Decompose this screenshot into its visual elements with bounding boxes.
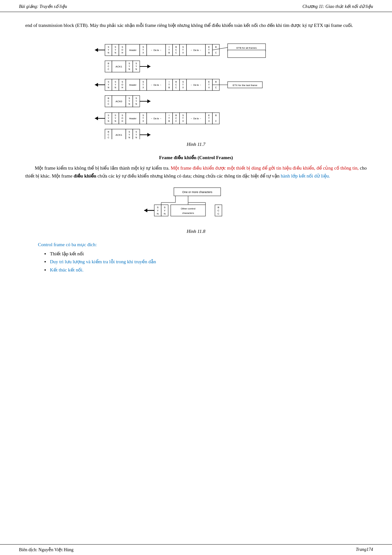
svg-text:N: N	[157, 212, 159, 215]
svg-text:T: T	[182, 84, 184, 86]
svg-text:Y: Y	[115, 84, 116, 86]
svg-text:B: B	[215, 81, 217, 83]
svg-text:N: N	[164, 212, 166, 215]
svg-text:Y: Y	[115, 49, 116, 51]
svg-text:O: O	[121, 84, 123, 86]
fig11-7-svg: S Y N S Y N S O H Header S T X	[89, 38, 303, 139]
svg-text:E: E	[208, 114, 210, 116]
svg-text:Header: Header	[129, 117, 137, 120]
svg-text:← Da ta →: ← Da ta →	[191, 49, 202, 51]
svg-text:S: S	[136, 131, 137, 133]
svg-text:S: S	[115, 46, 116, 48]
svg-text:S: S	[182, 114, 184, 116]
svg-text:S: S	[164, 206, 165, 209]
svg-text:I: I	[169, 46, 169, 48]
content-area: end of transmission block (ETB). Máy thu…	[0, 12, 392, 293]
footer-left: Biên dịch: Nguyễn Việt Hùng	[19, 547, 74, 552]
body-text-cont2: chứa các ký tự điều khiển nhưng không có…	[96, 173, 281, 178]
list-item: Kết thúc kết nối.	[44, 266, 367, 274]
svg-text:Y: Y	[115, 117, 116, 119]
svg-text:N: N	[107, 52, 109, 54]
svg-text:S: S	[122, 114, 123, 116]
svg-text:Header: Header	[129, 49, 137, 51]
svg-text:X: X	[208, 86, 210, 89]
svg-text:C: C	[175, 49, 177, 51]
svg-text:C: C	[107, 134, 109, 136]
svg-text:T: T	[143, 117, 144, 119]
svg-text:S: S	[129, 131, 130, 133]
svg-text:C: C	[107, 103, 109, 105]
svg-text:Other control: Other control	[181, 207, 195, 210]
svg-text:E: E	[208, 46, 210, 48]
svg-text:N: N	[135, 136, 137, 139]
svg-text:ACK1: ACK1	[116, 65, 122, 68]
svg-text:N: N	[128, 103, 130, 105]
body-text-1: Một frame kiểm tra không thể bị hiểu lầm…	[35, 165, 171, 171]
list-item-text: Duy trì lưu lượng và kiểm tra lỗi trong …	[50, 259, 156, 264]
svg-text:One or more characters: One or more characters	[182, 190, 212, 194]
svg-text:T: T	[182, 117, 184, 119]
svg-text:Y: Y	[136, 100, 137, 102]
bullet-list: Thiết lập kết nối Duy trì lưu lượng và k…	[44, 250, 367, 274]
svg-text:← Da ta →: ← Da ta →	[191, 84, 202, 86]
list-item-text: Kết thúc kết nối.	[50, 267, 83, 272]
svg-text:I: I	[169, 114, 169, 116]
svg-text:B: B	[175, 46, 177, 48]
svg-marker-125	[147, 99, 150, 103]
header-left: Bài giảng: Truyền số liệu	[19, 4, 67, 9]
svg-text:N: N	[135, 68, 137, 70]
svg-text:T: T	[143, 49, 144, 51]
svg-text:C: C	[215, 52, 217, 54]
svg-text:Y: Y	[136, 65, 137, 67]
svg-text:N: N	[107, 120, 109, 122]
svg-marker-1	[95, 48, 98, 52]
body-text-blue: hành lớp kết nối dữ liệu.	[281, 173, 330, 178]
body-text-bold: điều khiển	[74, 173, 96, 178]
svg-text:X: X	[182, 86, 184, 89]
svg-text:X: X	[208, 120, 210, 122]
svg-text:S: S	[122, 81, 123, 83]
page: Bài giảng: Truyền số liệu Chương 11: Gia…	[0, 0, 392, 555]
svg-text:Y: Y	[129, 100, 130, 102]
svg-text:T: T	[168, 84, 170, 86]
svg-text:E: E	[208, 81, 210, 83]
svg-text:X: X	[143, 52, 144, 54]
svg-text:C: C	[175, 117, 177, 119]
svg-text:T: T	[168, 49, 170, 51]
svg-text:B: B	[217, 206, 219, 209]
svg-text:B: B	[108, 97, 109, 99]
list-item: Duy trì lưu lượng và kiểm tra lỗi trong …	[44, 258, 367, 266]
body-paragraph: Một frame kiểm tra không thể bị hiểu lầm…	[25, 164, 367, 180]
svg-text:Y: Y	[129, 134, 130, 136]
svg-text:S: S	[182, 81, 184, 83]
svg-text:H: H	[121, 52, 123, 54]
figure-11-7: S Y N S Y N S O H Header S T X	[25, 38, 367, 147]
svg-text:O: O	[121, 117, 123, 119]
svg-text:N: N	[128, 136, 130, 139]
svg-marker-186	[144, 209, 147, 212]
svg-marker-127	[95, 116, 98, 120]
svg-text:S: S	[136, 62, 137, 65]
svg-text:X: X	[143, 120, 144, 122]
svg-text:T: T	[208, 117, 210, 119]
svg-text:C: C	[215, 120, 217, 122]
page-footer: Biên dịch: Nguyễn Việt Hùng Trang174	[0, 544, 392, 555]
intro-paragraph: end of transmission block (ETB). Máy thu…	[25, 22, 367, 29]
svg-text:X: X	[143, 86, 144, 89]
svg-text:Header: Header	[129, 84, 137, 86]
svg-text:B: B	[215, 46, 217, 48]
footer-right: Trang174	[356, 547, 373, 552]
svg-text:C: C	[217, 209, 219, 212]
svg-text:C: C	[175, 52, 177, 54]
svg-text:C: C	[107, 68, 109, 70]
svg-text:B: B	[168, 120, 170, 122]
svg-text:C: C	[175, 86, 177, 89]
fig11-8-svg: S Y N S Y N Other control characters B C…	[126, 185, 266, 226]
svg-text:C: C	[217, 212, 219, 215]
svg-text:T: T	[168, 117, 170, 119]
svg-text:S: S	[108, 114, 109, 116]
svg-text:Y: Y	[157, 209, 159, 212]
svg-text:← Da ta →: ← Da ta →	[151, 49, 162, 51]
svg-marker-65	[95, 83, 98, 87]
svg-text:C: C	[107, 136, 109, 139]
